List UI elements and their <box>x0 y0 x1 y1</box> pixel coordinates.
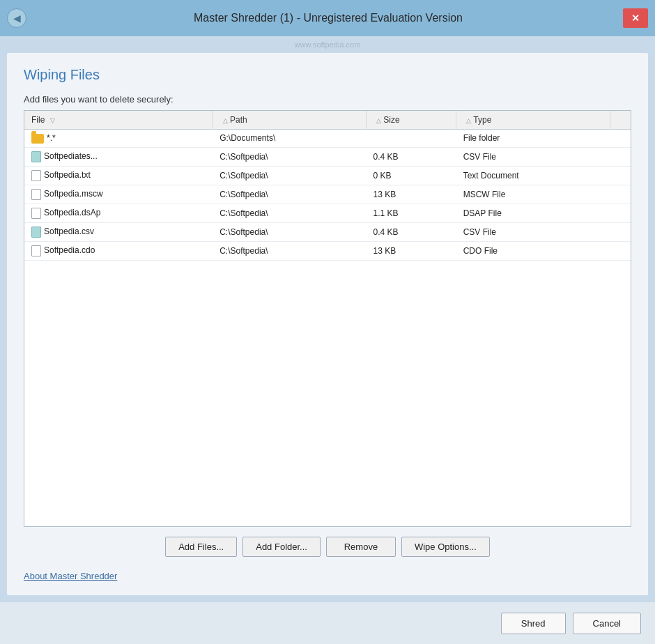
file-size: 0 KB <box>366 166 456 185</box>
file-list: *.*G:\Documents\File folderSoftpediates.… <box>24 130 631 261</box>
about-link[interactable]: About Master Shredder <box>24 571 117 581</box>
watermark-bar: www.softpedia.com <box>0 36 655 53</box>
file-type: CSV File <box>456 222 610 241</box>
page-title: Wiping Files <box>24 67 631 83</box>
col-spacer <box>610 111 631 130</box>
file-name: Softpedia.txt <box>44 170 91 180</box>
close-icon: ✕ <box>631 13 640 24</box>
back-icon: ◀ <box>13 13 21 24</box>
table-header: File ▽ △ Path △ Size △ Type <box>24 111 631 130</box>
main-content: Wiping Files Add files you want to delet… <box>7 53 648 595</box>
add-files-description: Add files you want to delete securely: <box>24 94 631 105</box>
file-icon <box>31 208 41 219</box>
file-type: CDO File <box>456 241 610 260</box>
col-type[interactable]: △ Type <box>456 111 610 130</box>
file-path: G:\Documents\ <box>213 130 366 148</box>
file-icon <box>31 245 41 256</box>
file-table: File ▽ △ Path △ Size △ Type <box>24 111 631 261</box>
file-icon-teal <box>31 227 41 238</box>
table-row[interactable]: Softpedia.mscwC:\Softpedia\13 KBMSCW Fil… <box>24 185 631 204</box>
close-button[interactable]: ✕ <box>623 8 648 28</box>
window-title: Master Shredder (1) - Unregistered Evalu… <box>33 12 623 24</box>
file-path: C:\Softpedia\ <box>213 241 366 260</box>
footer: Shred Cancel <box>0 602 655 644</box>
file-name: Softpedia.csv <box>44 227 94 236</box>
shred-button[interactable]: Shred <box>501 613 566 634</box>
file-path: C:\Softpedia\ <box>213 166 366 185</box>
file-size: 1.1 KB <box>366 204 456 222</box>
file-type: MSCW File <box>456 185 610 204</box>
title-bar: ◀ Master Shredder (1) - Unregistered Eva… <box>0 0 655 36</box>
sort-arrow-file: ▽ <box>50 117 55 124</box>
col-size[interactable]: △ Size <box>366 111 456 130</box>
file-type: Text Document <box>456 166 610 185</box>
file-type: CSV File <box>456 147 610 166</box>
file-path: C:\Softpedia\ <box>213 204 366 222</box>
file-name: Softpedia.dsAp <box>44 208 100 217</box>
folder-icon <box>31 134 44 144</box>
table-row[interactable]: Softpedia.dsApC:\Softpedia\1.1 KBDSAP Fi… <box>24 204 631 222</box>
remove-button[interactable]: Remove <box>326 537 396 557</box>
table-row[interactable]: Softpediates...C:\Softpedia\0.4 KBCSV Fi… <box>24 147 631 166</box>
add-folder-button[interactable]: Add Folder... <box>242 537 321 557</box>
col-file[interactable]: File ▽ <box>24 111 213 130</box>
file-path: C:\Softpedia\ <box>213 185 366 204</box>
table-row[interactable]: *.*G:\Documents\File folder <box>24 130 631 148</box>
col-path[interactable]: △ Path <box>213 111 366 130</box>
file-type: DSAP File <box>456 204 610 222</box>
file-name: *.* <box>47 133 56 143</box>
file-table-container: File ▽ △ Path △ Size △ Type <box>24 110 631 527</box>
action-buttons: Add Files... Add Folder... Remove Wipe O… <box>24 537 631 557</box>
sort-arrow-type-left: △ <box>466 117 471 124</box>
file-name: Softpedia.mscw <box>44 189 103 199</box>
file-icon <box>31 170 41 181</box>
table-row[interactable]: Softpedia.cdoC:\Softpedia\13 KBCDO File <box>24 241 631 260</box>
file-size <box>366 130 456 148</box>
file-path: C:\Softpedia\ <box>213 222 366 241</box>
wipe-options-button[interactable]: Wipe Options... <box>401 537 490 557</box>
file-icon-teal <box>31 151 41 162</box>
file-size: 0.4 KB <box>366 147 456 166</box>
cancel-button[interactable]: Cancel <box>573 613 641 634</box>
file-size: 13 KB <box>366 241 456 260</box>
table-row[interactable]: Softpedia.txtC:\Softpedia\0 KBText Docum… <box>24 166 631 185</box>
file-path: C:\Softpedia\ <box>213 147 366 166</box>
file-name: Softpediates... <box>44 151 98 161</box>
file-type: File folder <box>456 130 610 148</box>
file-icon <box>31 189 41 200</box>
sort-arrow-path-left: △ <box>223 117 228 124</box>
back-button[interactable]: ◀ <box>7 8 26 28</box>
file-size: 13 KB <box>366 185 456 204</box>
file-name: Softpedia.cdo <box>44 245 95 255</box>
sort-arrow-size-left: △ <box>376 117 381 124</box>
table-row[interactable]: Softpedia.csvC:\Softpedia\0.4 KBCSV File <box>24 222 631 241</box>
file-size: 0.4 KB <box>366 222 456 241</box>
add-files-button[interactable]: Add Files... <box>165 537 237 557</box>
watermark-text: www.softpedia.com <box>295 40 361 49</box>
